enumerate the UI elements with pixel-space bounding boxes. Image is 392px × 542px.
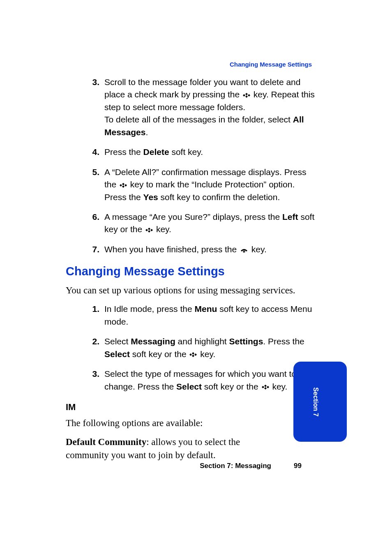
svg-marker-21 [267,386,269,388]
section-tab-label: Section 7 [312,387,319,416]
bold-text: All Messages [104,115,304,136]
bold-text: Menu [194,304,217,314]
footer-page-number: 99 [294,462,302,470]
list-number: 6. [66,211,104,236]
list-body: A message “Are you Sure?” diplays, press… [104,211,316,236]
svg-marker-18 [264,385,267,387]
svg-marker-3 [248,94,250,97]
list-item: 3.Select the type of messages for which … [66,368,316,393]
svg-marker-15 [192,355,194,357]
list-body: Scroll to the message folder you want to… [104,76,316,138]
document-page: Changing Message Settings 3.Scroll to th… [0,0,392,542]
list-number: 7. [66,243,104,256]
im-option: Default Community: allows you to select … [66,436,255,462]
svg-marker-0 [245,93,248,95]
list-number: 5. [66,166,104,203]
list-number: 3. [66,76,104,138]
section-tab: Section 7 [293,362,347,442]
bold-text: Yes [143,192,158,202]
list-item: 3.Scroll to the message folder you want … [66,76,316,138]
svg-marker-14 [192,352,194,355]
intro-paragraph: You can set up various options for using… [66,284,316,297]
im-intro: The following options are available: [66,417,255,430]
list-body: When you have finished, press the key. [104,243,316,256]
list-number: 2. [66,335,104,360]
running-head: Changing Message Settings [230,61,312,68]
svg-marker-16 [189,353,192,356]
ok-key-icon [145,227,153,233]
ok-key-icon [119,182,127,189]
list-item: 2.Select Messaging and highlight Setting… [66,335,316,360]
end-key-icon [240,247,249,253]
page-content: 3.Scroll to the message folder you want … [66,76,316,468]
list-number: 3. [66,368,104,393]
ok-key-icon [242,92,251,99]
ok-key-icon [261,384,270,390]
bold-text: Messaging [131,337,175,346]
list-item: 7.When you have finished, press the key. [66,243,316,256]
footer-section-title: Section 7: Messaging [0,462,271,470]
bold-text: Select [104,349,130,359]
list-item: 6.A message “Are you Sure?” diplays, pre… [66,211,316,236]
list-body: Press the Delete soft key. [104,146,316,158]
list-number: 1. [66,303,104,328]
svg-marker-2 [243,94,245,97]
list-body: A “Delete All?” confirmation message dis… [104,166,316,203]
list-number: 4. [66,146,104,158]
ordered-list-steps-b: 1.In Idle mode, press the Menu soft key … [66,303,316,393]
svg-marker-7 [125,184,127,187]
svg-marker-5 [122,185,125,188]
list-item: 5.A “Delete All?” confirmation message d… [66,166,316,203]
list-body: Select the type of messages for which yo… [104,368,316,393]
svg-marker-10 [145,229,148,231]
section-heading: Changing Message Settings [66,265,316,278]
bold-text: Left [282,212,298,221]
svg-marker-1 [245,95,248,98]
svg-marker-20 [262,386,264,388]
bold-text: Delete [143,147,169,157]
svg-marker-6 [120,184,122,187]
svg-marker-17 [194,353,197,356]
svg-marker-8 [148,228,150,230]
ok-key-icon [189,351,197,358]
bold-text: Settings [229,337,263,346]
list-body: In Idle mode, press the Menu soft key to… [104,303,316,328]
option-label: Default Community [66,437,146,447]
svg-marker-11 [150,229,153,231]
list-body: Select Messaging and highlight Settings.… [104,335,316,360]
bold-text: Select [176,382,202,391]
sub-heading-im: IM [66,402,316,413]
list-item: 1.In Idle mode, press the Menu soft key … [66,303,316,328]
ordered-list-steps-a: 3.Scroll to the message folder you want … [66,76,316,256]
svg-marker-19 [264,387,267,390]
list-item: 4.Press the Delete soft key. [66,146,316,158]
svg-marker-4 [122,183,125,185]
svg-marker-9 [148,230,150,233]
